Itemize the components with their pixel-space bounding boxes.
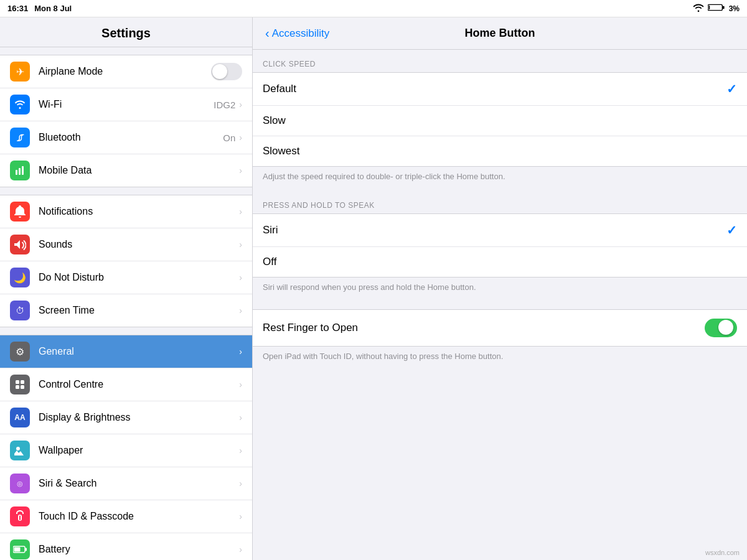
rest-finger-helper: Open iPad with Touch ID, without having … [253, 347, 747, 371]
sidebar-item-screen-time[interactable]: ⏱ Screen Time › [0, 294, 252, 327]
right-panel: ‹ Accessibility Home Button CLICK SPEED … [253, 17, 747, 560]
svg-rect-3 [16, 170, 17, 175]
airplane-label: Airplane Mode [39, 66, 211, 77]
sidebar-item-control-centre[interactable]: Control Centre › [0, 368, 252, 401]
screen-time-icon: ⏱ [10, 301, 30, 320]
battery-icon [708, 3, 725, 14]
wallpaper-label: Wallpaper [39, 445, 239, 456]
sidebar: Settings ✈ Airplane Mode [0, 17, 253, 560]
sidebar-item-battery[interactable]: Battery › [0, 533, 252, 560]
toggle-knob [212, 64, 227, 79]
wifi-label: Wi-Fi [39, 99, 214, 110]
sidebar-section-preferences: Notifications › Sounds › 🌙 [0, 195, 252, 327]
general-label: General [39, 346, 239, 357]
wifi-icon [693, 3, 704, 14]
touch-id-icon [10, 506, 30, 526]
battery-label: Battery [39, 544, 239, 555]
wallpaper-chevron-icon: › [239, 446, 242, 455]
time: 16:31 [7, 4, 28, 13]
battery-chevron-icon: › [239, 544, 242, 554]
rest-finger-label: Rest Finger to Open [263, 322, 705, 334]
do-not-disturb-label: Do Not Disturb [39, 272, 239, 283]
bluetooth-icon: ⎎ [10, 128, 30, 147]
notifications-chevron-icon: › [239, 207, 242, 217]
svg-rect-2 [708, 6, 710, 10]
sidebar-title: Settings [0, 17, 252, 47]
rest-finger-toggle[interactable] [705, 319, 737, 337]
sidebar-item-mobile-data[interactable]: Mobile Data › [0, 154, 252, 187]
sidebar-item-sounds[interactable]: Sounds › [0, 228, 252, 261]
sounds-chevron-icon: › [239, 240, 242, 250]
bluetooth-value: On [223, 133, 235, 143]
svg-rect-8 [16, 385, 19, 389]
screen-time-label: Screen Time [39, 305, 239, 316]
display-brightness-icon: AA [10, 408, 30, 427]
sidebar-item-notifications[interactable]: Notifications › [0, 195, 252, 228]
press-hold-group: Siri ✓ Off [253, 213, 747, 278]
click-speed-header: CLICK SPEED [253, 50, 747, 72]
page-title: Home Button [465, 27, 535, 40]
click-speed-group: Default ✓ Slow Slowest [253, 72, 747, 167]
press-hold-siri-row[interactable]: Siri ✓ [253, 214, 747, 247]
mobile-data-chevron-icon: › [239, 166, 242, 175]
sidebar-item-general[interactable]: ⚙ General › [0, 335, 252, 368]
click-speed-default-check: ✓ [726, 82, 737, 96]
svg-rect-12 [26, 548, 27, 551]
svg-rect-1 [722, 6, 724, 9]
press-hold-siri-check: ✓ [726, 223, 737, 238]
sounds-label: Sounds [39, 239, 239, 250]
sidebar-item-touch-id[interactable]: Touch ID & Passcode › [0, 500, 252, 533]
general-icon: ⚙ [10, 342, 30, 362]
click-speed-slow-row[interactable]: Slow [253, 106, 747, 136]
svg-rect-4 [19, 168, 21, 175]
sidebar-item-wifi[interactable]: Wi-Fi IDG2 › [0, 88, 252, 121]
rest-finger-row: Rest Finger to Open [253, 309, 747, 347]
display-chevron-icon: › [239, 413, 242, 422]
back-button[interactable]: ‹ Accessibility [265, 26, 329, 40]
click-speed-slowest-row[interactable]: Slowest [253, 136, 747, 166]
right-content: CLICK SPEED Default ✓ Slow Slowest Adjus… [253, 50, 747, 560]
notifications-label: Notifications [39, 206, 239, 217]
back-chevron-icon: ‹ [265, 26, 270, 40]
wallpaper-icon [10, 441, 30, 460]
do-not-disturb-icon: 🌙 [10, 268, 30, 287]
click-speed-helper: Adjust the speed required to double- or … [253, 167, 747, 191]
sidebar-item-airplane-mode[interactable]: ✈ Airplane Mode [0, 55, 252, 88]
click-speed-slow-label: Slow [263, 114, 737, 127]
airplane-toggle[interactable] [211, 63, 242, 80]
sidebar-item-siri-search[interactable]: ◎ Siri & Search › [0, 467, 252, 500]
watermark: wsxdn.com [705, 549, 740, 556]
bluetooth-label: Bluetooth [39, 132, 223, 143]
dnd-chevron-icon: › [239, 273, 242, 282]
status-right: 3% [693, 3, 740, 14]
sidebar-section-connectivity: ✈ Airplane Mode Wi-Fi ID [0, 55, 252, 187]
notifications-icon [10, 202, 30, 222]
sidebar-item-do-not-disturb[interactable]: 🌙 Do Not Disturb › [0, 261, 252, 294]
main-layout: Settings ✈ Airplane Mode [0, 17, 747, 560]
sidebar-item-display-brightness[interactable]: AA Display & Brightness › [0, 401, 252, 434]
display-brightness-label: Display & Brightness [39, 412, 239, 423]
wifi-value: IDG2 [214, 100, 235, 110]
control-centre-label: Control Centre [39, 379, 239, 390]
sidebar-content[interactable]: ✈ Airplane Mode Wi-Fi ID [0, 47, 252, 560]
press-hold-header: PRESS AND HOLD TO SPEAK [253, 191, 747, 213]
svg-rect-6 [16, 380, 19, 384]
click-speed-default-row[interactable]: Default ✓ [253, 73, 747, 106]
sidebar-item-bluetooth[interactable]: ⎎ Bluetooth On › [0, 121, 252, 154]
screen-time-chevron-icon: › [239, 306, 242, 315]
airplane-icon: ✈ [10, 62, 30, 82]
sidebar-item-wallpaper[interactable]: Wallpaper › [0, 434, 252, 467]
status-bar: 16:31 Mon 8 Jul 3% [0, 0, 747, 17]
control-centre-icon [10, 375, 30, 394]
press-hold-off-label: Off [263, 256, 737, 268]
bluetooth-chevron-icon: › [239, 133, 242, 142]
sounds-icon [10, 235, 30, 254]
battery-settings-icon [10, 539, 30, 559]
sidebar-section-system: ⚙ General › Control Centre › [0, 335, 252, 560]
press-hold-off-row[interactable]: Off [253, 247, 747, 277]
rest-finger-toggle-knob [718, 320, 733, 335]
right-header: ‹ Accessibility Home Button [253, 17, 747, 50]
touch-id-chevron-icon: › [239, 511, 242, 521]
press-hold-helper: Siri will respond when you press and hol… [253, 278, 747, 302]
general-chevron-icon: › [239, 347, 242, 357]
